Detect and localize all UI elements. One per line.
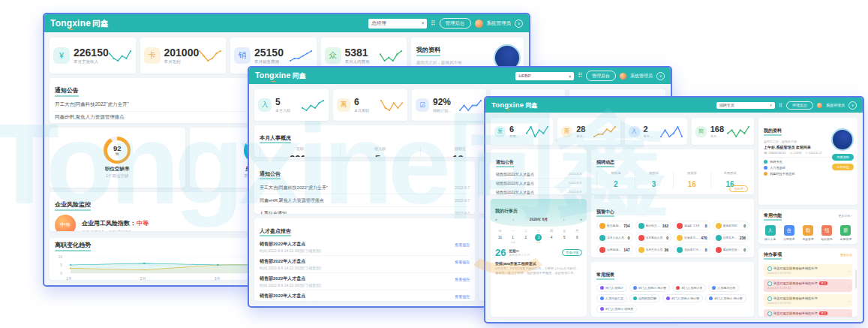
view-report-link[interactable]: 查看报告	[455, 294, 470, 299]
calendar-next-button[interactable]: ›	[563, 217, 565, 221]
notice-text: 同鑫eHR,聚焦人力资源管理痛点	[55, 114, 125, 121]
user-avatar[interactable]	[620, 73, 626, 80]
calendar-last-button[interactable]: »	[580, 217, 582, 221]
calendar-date[interactable]: 6	[571, 233, 584, 245]
todo-item[interactable]: 张总叮嘱交财务报销单待您处理 紧急 2022-6-9 15:39:35 ›	[764, 279, 852, 292]
alert-item[interactable]: 试用期满提醒 147	[596, 245, 633, 254]
quick-function[interactable]: 组 组织架构	[821, 225, 833, 241]
more-functions-link[interactable]: 更多功能 ›	[839, 214, 852, 218]
stat-card[interactable]: 离 6 本月离职	[333, 89, 407, 121]
alert-item[interactable]: 转正超期未处理 734	[596, 221, 633, 230]
report-shortcut[interactable]: 人员概况分析	[708, 284, 739, 292]
view-report-link[interactable]: 查看报告	[455, 242, 470, 247]
notice-item[interactable]: 销售部2022年人才盘点 2022-6-9	[496, 188, 581, 194]
stat-card[interactable]: 发 6 本周发布招聘	[491, 118, 553, 145]
user-menu-chevron[interactable]: ∨	[656, 72, 665, 80]
alert-item[interactable]: 在职未打卡人员 0	[674, 245, 710, 254]
report-shortcut[interactable]: 部门人员统计-统计图	[705, 294, 746, 302]
quick-function[interactable]: 勤 考勤管理	[802, 225, 813, 241]
role-select[interactable]: HRBP ▾	[515, 72, 574, 80]
report-shortcut[interactable]: 部门人员统计-明细表	[596, 305, 637, 313]
alert-item[interactable]: 本月离职人员 0	[635, 233, 672, 242]
report-shortcut[interactable]: 人员信息汇总	[596, 294, 627, 302]
notice-item[interactable]: 同鑫eHR,聚焦人力资源管理痛点 2022-6-7	[260, 194, 470, 207]
user-avatar[interactable]	[817, 103, 822, 108]
notice-item[interactable]: 销售部2022年人才盘点 2022-6-9	[496, 170, 581, 179]
stat-value: 168	[710, 125, 722, 134]
calendar-date[interactable]: 3 端午	[532, 233, 545, 245]
todo-item[interactable]: 张总叮嘱交财务报销单待您处理 紧急 2022-6-9 15:39:35 ›	[764, 309, 852, 317]
chevron-right-icon[interactable]: ›	[848, 284, 850, 288]
notice-item[interactable]: 人事任命通知 2022-6-7	[260, 207, 470, 214]
calendar-date[interactable]: 2	[519, 233, 532, 245]
report-item[interactable]: 销售部2022年人才盘点 查看报告 时间:2022-6-9 14:22:30(部…	[260, 273, 470, 290]
chevron-right-icon[interactable]: ›	[848, 314, 850, 317]
app-header: Tongxine 同鑫 HRBP ▾ ⠿ 管理后台 系统管理员 ∨	[249, 68, 671, 84]
notice-item[interactable]: 开工大吉|同鑫科技2022"虎力全开" 2022-6-7	[260, 182, 470, 194]
report-dot-icon	[709, 296, 713, 300]
role-select[interactable]: 总经理 ▾	[368, 19, 427, 29]
alert-item[interactable]: 社保未办理人员 470	[674, 233, 710, 242]
view-report-link[interactable]: 查看报告	[455, 277, 470, 281]
quick-function[interactable]: 人 核心人事	[764, 225, 776, 241]
admin-console-button[interactable]: 管理后台	[440, 18, 471, 29]
stat-card[interactable]: 卡 201000 本月毛利	[140, 38, 227, 74]
calendar-date[interactable]: 4	[545, 233, 558, 245]
view-report-link[interactable]: 查看报告	[455, 260, 470, 264]
user-avatar[interactable]	[475, 20, 483, 28]
profile-action-button[interactable]: 工作日志	[832, 164, 854, 170]
report-shortcut[interactable]: 部门人员统计表	[672, 284, 706, 292]
todo-item[interactable]: 张总叮嘱交财务报销单待您处理 2022-6-9 15:39:35 ›	[764, 294, 852, 307]
report-item[interactable]: 销售部2022年人才盘点 查看报告 时间:2022-6-9 14:22:30(部…	[260, 290, 470, 301]
chevron-right-icon[interactable]: ›	[848, 299, 850, 303]
stat-card[interactable]: 简 168 本月简历推荐	[692, 118, 754, 145]
admin-console-button[interactable]: 管理后台	[586, 71, 616, 81]
todo-item[interactable]: 张总叮嘱交财务报销单待您处理 2022-6-9 15:39:35 ›	[764, 264, 852, 277]
recruit-col[interactable]: 待安排 16	[673, 171, 711, 190]
apps-grid-icon[interactable]: ⠿	[779, 103, 782, 108]
profile-action-button[interactable]: 完善资料	[832, 154, 854, 161]
stat-card[interactable]: ☑ 92% 绩效计划完成率	[412, 89, 486, 121]
calendar-date[interactable]: 1 六月	[506, 233, 519, 245]
user-menu-chevron[interactable]: ∨	[515, 20, 523, 28]
apps-grid-icon[interactable]: ⠿	[578, 73, 582, 79]
calendar-date[interactable]: 31	[494, 233, 506, 245]
stat-card[interactable]: 面 28 本月面试	[557, 118, 620, 145]
alert-item[interactable]: 离职待交接人员 0	[713, 245, 749, 254]
calendar-first-button[interactable]: «	[495, 217, 497, 221]
hr-overview-col[interactable]: 待入职 5人	[340, 146, 420, 157]
notice-item[interactable]: 销售部2022年人才盘点 2022-6-9	[496, 179, 581, 188]
user-menu-chevron[interactable]: ∨	[848, 101, 857, 110]
alert-item[interactable]: 预计转正提醒 162	[635, 221, 672, 230]
role-select[interactable]: 招聘专员 ▾	[716, 102, 775, 109]
chevron-right-icon[interactable]: ›	[848, 269, 850, 273]
report-item[interactable]: 销售部2022年人才盘点 查看报告 时间:2022-6-9 14:22:30(部…	[260, 256, 470, 273]
alert-item[interactable]: 本月生日人员 36	[635, 245, 672, 254]
report-shortcut[interactable]: 部门人员统计	[596, 284, 627, 292]
calendar-prev-button[interactable]: ‹	[512, 217, 514, 221]
handle-now-button[interactable]: 去处理	[729, 185, 748, 192]
alert-item[interactable]: 连续旷工3天 0	[674, 221, 710, 230]
report-shortcut[interactable]: 部门人员统计-统计图	[629, 284, 670, 292]
recruit-col[interactable]: 待筛选 2	[596, 171, 635, 190]
report-shortcut[interactable]: 部门人员统计-统计图	[662, 294, 703, 302]
report-item[interactable]: 销售部2022年人才盘点 查看报告 时间:2022-6-9 14:22:30(部…	[260, 239, 470, 256]
event-title[interactable]: 安排java开发工程师复试	[491, 260, 587, 266]
quick-function[interactable]: 薪 薪酬管理	[840, 225, 851, 241]
stat-card[interactable]: 入 2 本月入职	[625, 118, 687, 145]
quick-function[interactable]: 合 合同管理	[783, 225, 794, 241]
more-todos-link[interactable]: 更多待办	[840, 253, 852, 257]
hr-overview-col[interactable]: 在职 231人	[260, 146, 340, 157]
stat-card[interactable]: 入 5 本月入职	[254, 89, 329, 121]
alert-item[interactable]: 逾期未报到 0	[713, 221, 749, 230]
report-shortcut[interactable]: 合同到期提醒	[629, 294, 660, 302]
alert-item[interactable]: 本月入职人员 0	[596, 233, 633, 242]
recruit-col[interactable]: 待面试 3	[635, 171, 673, 190]
stat-card[interactable]: ¥ 226150 本月主营收入	[50, 38, 136, 74]
alert-item[interactable]: 合同本月到期人员 236	[713, 233, 749, 242]
view-detail-button[interactable]: 查看详情	[562, 249, 582, 256]
apps-grid-icon[interactable]: ⠿	[431, 20, 435, 27]
calendar-date[interactable]: 5	[558, 233, 571, 245]
admin-console-button[interactable]: 管理后台	[786, 101, 813, 110]
scrollbar[interactable]	[855, 269, 857, 289]
